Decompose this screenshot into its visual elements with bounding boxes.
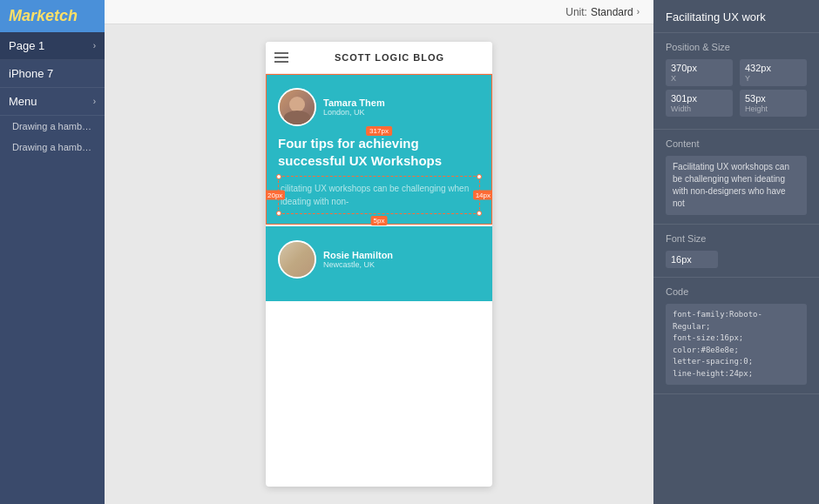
pos-x-value: 370px — [671, 63, 728, 73]
content-label: Content — [666, 138, 807, 149]
author-row-1: 317px Tamara Them London, UK — [278, 88, 480, 126]
hamburger-line-1 — [274, 52, 288, 54]
measure-14-badge: 14px — [473, 191, 492, 200]
hamburger-line-3 — [274, 61, 288, 63]
font-size-section: Font Size 16px — [653, 225, 819, 278]
author-name-1: Tamara Them — [323, 97, 385, 108]
author-location-1: London, UK — [323, 108, 385, 117]
pos-width-field[interactable]: 301px Width — [666, 90, 733, 117]
font-size-label: Font Size — [666, 233, 807, 244]
right-panel-title: Facilitating UX work — [653, 0, 819, 33]
content-text: Facilitating UX workshops can be challen… — [666, 156, 807, 215]
corner-handle-tl[interactable] — [276, 174, 281, 179]
canvas-area: SCOTT LOGIC BLOG 317px Tamara Them Londo… — [105, 24, 653, 504]
pos-height-label: Height — [745, 104, 802, 113]
pos-y-field[interactable]: 432px Y — [740, 59, 807, 86]
author-avatar-1 — [278, 88, 316, 126]
unit-label: Unit: — [565, 6, 587, 18]
pos-y-label: Y — [745, 74, 802, 83]
position-size-section: Position & Size 370px X 432px Y 301px Wi… — [653, 33, 819, 130]
menu-label: Menu — [9, 95, 37, 108]
pos-width-value: 301px — [671, 93, 728, 104]
sidebar-sub-item-1[interactable]: Drawing a hamburger ... — [0, 116, 105, 137]
pos-row-2: 301px Width 53px Height — [666, 90, 807, 117]
font-size-value: 16px — [671, 254, 713, 265]
main-content: Unit: Standard › SCOTT LOGIC BLOG — [105, 0, 653, 504]
position-size-label: Position & Size — [666, 42, 807, 52]
page1-chevron-icon: › — [93, 41, 96, 50]
right-panel: Facilitating UX work Position & Size 370… — [653, 0, 819, 504]
hamburger-icon[interactable] — [274, 52, 288, 63]
corner-handle-br[interactable] — [477, 211, 482, 216]
post-title-1: Four tips for achieving successful UX Wo… — [278, 135, 480, 169]
card-inner-1: 317px Tamara Them London, UK Four tips f… — [266, 74, 492, 225]
content-section: Content Facilitating UX workshops can be… — [653, 130, 819, 225]
pos-height-value: 53px — [745, 93, 802, 104]
unit-chevron-icon: › — [637, 7, 640, 17]
sidebar-item-iphone7[interactable]: iPhone 7 — [0, 60, 105, 88]
measure-20-badge: 20px — [266, 191, 285, 200]
author-row-2: Rosie Hamilton Newcastle, UK — [278, 240, 480, 279]
pos-x-label: X — [671, 74, 728, 83]
code-section: Code font-family:Roboto-Regular; font-si… — [653, 278, 819, 394]
menu-chevron-icon: › — [93, 97, 96, 106]
pos-x-field[interactable]: 370px X — [666, 59, 733, 86]
blog-card-1[interactable]: 317px Tamara Them London, UK Four tips f… — [266, 74, 492, 225]
corner-handle-bl[interactable] — [276, 211, 281, 216]
author-avatar-2 — [278, 240, 316, 279]
selected-excerpt-block[interactable]: 20px 14px 5px cilitating UX workshops ca… — [278, 176, 480, 214]
code-label: Code — [666, 286, 807, 297]
corner-handle-tr[interactable] — [477, 174, 482, 179]
sidebar: Marketch Page 1 › iPhone 7 Menu › Drawin… — [0, 0, 105, 504]
hamburger-line-2 — [274, 57, 288, 58]
phone-frame: SCOTT LOGIC BLOG 317px Tamara Them Londo… — [266, 42, 492, 487]
author-name-2: Rosie Hamilton — [323, 250, 393, 260]
blog-header: SCOTT LOGIC BLOG — [266, 42, 492, 74]
sidebar-item-page1[interactable]: Page 1 › — [0, 32, 105, 60]
brand-logo[interactable]: Marketch — [0, 0, 105, 32]
author-info-2: Rosie Hamilton Newcastle, UK — [323, 250, 393, 269]
avatar-image-2 — [280, 242, 315, 277]
font-size-field[interactable]: 16px — [666, 251, 718, 268]
pos-width-label: Width — [671, 104, 728, 113]
avatar-image-1 — [280, 90, 315, 124]
sidebar-item-menu[interactable]: Menu › — [0, 88, 105, 116]
sidebar-sub-item-2[interactable]: Drawing a hamburger ... — [0, 137, 105, 158]
blog-title: SCOTT LOGIC BLOG — [295, 52, 484, 63]
code-text: font-family:Roboto-Regular; font-size:16… — [666, 304, 807, 385]
pos-y-value: 432px — [745, 63, 802, 73]
blog-card-2[interactable]: Rosie Hamilton Newcastle, UK — [266, 226, 492, 301]
author-location-2: Newcastle, UK — [323, 260, 393, 269]
measure-317-badge: 317px — [366, 126, 392, 136]
page1-label: Page 1 — [9, 39, 44, 52]
post-excerpt-1: cilitating UX workshops can be challengi… — [281, 180, 477, 210]
unit-value[interactable]: Standard — [591, 6, 633, 18]
iphone7-label: iPhone 7 — [9, 67, 53, 80]
measure-5-badge: 5px — [371, 216, 388, 225]
topbar: Unit: Standard › — [105, 0, 653, 24]
brand-name: Marketch — [9, 7, 78, 24]
author-info-1: Tamara Them London, UK — [323, 97, 385, 117]
pos-row-1: 370px X 432px Y — [666, 59, 807, 86]
pos-height-field[interactable]: 53px Height — [740, 90, 807, 117]
